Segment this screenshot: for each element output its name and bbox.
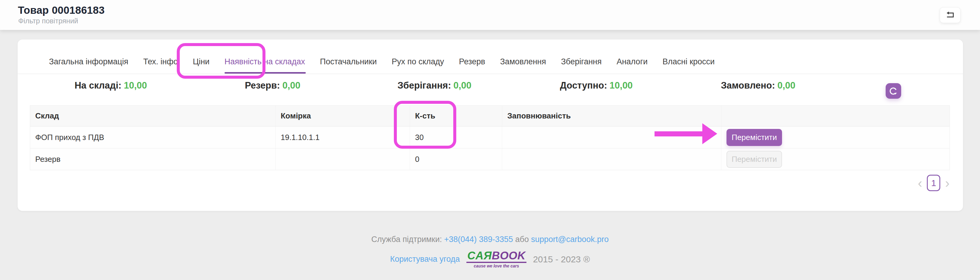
stat-available-label: Доступно: [560,80,607,91]
tabs-bar: Загальна інформація Тех. інфо Ціни Наявн… [18,40,963,74]
column-header-cell: Комірка [275,106,410,126]
pagination-prev-icon[interactable]: ‹ [918,176,923,190]
tab-orders[interactable]: Замовлення [500,57,546,66]
tab-general-info[interactable]: Загальна інформація [49,57,129,66]
tab-stock-availability[interactable]: Наявність на складах [224,57,305,66]
cell-warehouse: Резерв [30,148,275,170]
footer-legal-line: Користувача угода CAЯBOOK cause we love … [0,250,980,268]
table-header-row: Склад Комірка К-сть Заповнюваність [30,106,950,126]
cell-fill [502,148,721,170]
user-agreement-link[interactable]: Користувача угода [390,254,460,264]
support-email-link[interactable]: support@carbook.pro [531,235,609,244]
stat-ordered-label: Замовлено: [721,80,775,91]
stat-reserve-value: 0,00 [283,80,301,91]
tab-storage[interactable]: Зберігання [561,57,602,66]
product-card: Загальна інформація Тех. інфо Ціни Наявн… [18,40,963,211]
cell-qty: 0 [410,148,502,170]
stat-on-stock: На складі:10,00 [30,80,192,91]
support-phone-link[interactable]: +38(044) 389-3355 [444,235,513,244]
stock-table: Склад Комірка К-сть Заповнюваність ФОП п… [30,105,950,170]
page-subtitle: Фільтр повітряний [18,17,78,25]
column-header-warehouse: Склад [30,106,275,126]
stat-on-stock-label: На складі: [75,80,121,91]
tab-stock-availability-label: Наявність на складах [224,57,305,66]
logo-text-purple: BOOK [492,250,525,262]
move-button-disabled[interactable]: Перемістити [727,151,782,168]
return-arrow-icon [945,10,956,21]
cell-location [275,148,410,170]
carbook-logo: CAЯBOOK cause we love the cars [466,250,527,268]
or-text: або [515,235,529,244]
stats-row: На складі:10,00 Резерв:0,00 Зберігання:0… [30,80,839,91]
stat-ordered: Замовлено:0,00 [677,80,839,91]
tab-analogs[interactable]: Аналоги [617,57,648,66]
stat-reserve-label: Резерв: [245,80,280,91]
tab-reserve[interactable]: Резерв [459,57,485,66]
refresh-button[interactable] [886,83,901,99]
page: Товар 000186183 Фільтр повітряний Загаль… [0,0,980,280]
tab-warehouse-movement[interactable]: Рух по складу [392,57,444,66]
logo-text-green: CAЯ [467,250,492,262]
cell-location: 19.1.10.1.1 [275,126,410,148]
stat-storage-label: Зберігання: [398,80,451,91]
tab-tech-info[interactable]: Тех. інфо [143,57,178,66]
table-row: Резерв 0 Перемістити [30,148,950,170]
stat-ordered-value: 0,00 [777,80,795,91]
topbar: Товар 000186183 Фільтр повітряний [0,0,980,30]
copyright-text: 2015 - 2023 ® [533,254,590,264]
cell-fill [502,126,721,148]
column-header-fill: Заповнюваність [502,106,721,126]
refresh-icon [888,86,899,96]
column-header-actions [721,106,950,126]
pagination: ‹ 1 › [918,175,950,191]
stat-storage: Зберігання:0,00 [353,80,515,91]
page-title: Товар 000186183 [18,4,105,16]
footer-support-line: Служба підтримки: +38(044) 389-3355 або … [0,235,980,244]
tab-own-crosses[interactable]: Власні кросси [663,57,715,66]
cell-warehouse: ФОП приход з ПДВ [30,126,275,148]
logo-tagline: cause we love the cars [474,264,519,268]
stat-on-stock-value: 10,00 [124,80,147,91]
column-header-qty: К-сть [410,106,502,126]
pagination-next-icon[interactable]: › [945,176,950,190]
stat-available: Доступно:10,00 [515,80,677,91]
return-button[interactable] [940,7,961,23]
table-row: ФОП приход з ПДВ 19.1.10.1.1 30 Переміст… [30,126,950,148]
cell-qty: 30 [410,126,502,148]
stat-available-value: 10,00 [609,80,633,91]
support-label: Служба підтримки: [371,235,442,244]
pagination-page-1[interactable]: 1 [927,175,940,191]
stat-reserve: Резерв:0,00 [192,80,353,91]
tab-prices[interactable]: Ціни [193,57,210,66]
tab-suppliers[interactable]: Постачальники [320,57,377,66]
stat-storage-value: 0,00 [453,80,471,91]
active-tab-underline [224,72,306,74]
move-button[interactable]: Перемістити [727,129,782,146]
